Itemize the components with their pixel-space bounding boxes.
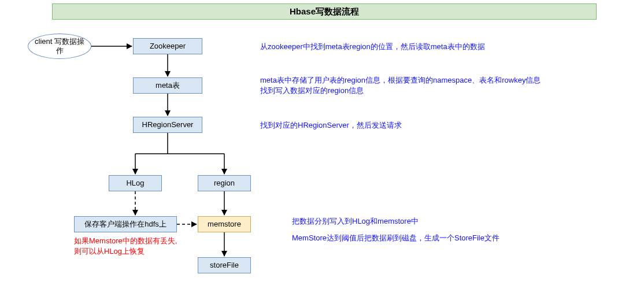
caption-zookeeper: 从zookeeper中找到meta表region的位置，然后读取meta表中的数… [260,42,485,52]
node-storefile: storeFile [198,257,251,273]
node-hregionserver: HRegionServer [133,117,202,133]
node-memstore: memstore [198,216,251,232]
node-zookeeper: Zookeeper [133,38,202,54]
node-region: region [198,175,251,191]
node-meta: meta表 [133,77,202,94]
diagram-title: Hbase写数据流程 [52,3,597,20]
node-client: client 写数据操作 [28,34,91,59]
caption-hregionserver: 找到对应的HRegionServer，然后发送请求 [260,120,402,131]
node-hdfs-save: 保存客户端操作在hdfs上 [74,216,177,232]
note-hlog-recovery: 如果Memstore中的数据有丢失, 则可以从HLog上恢复 [74,236,177,256]
caption-memstore: 把数据分别写入到HLog和memstore中 [292,216,419,227]
node-hlog: HLog [109,175,162,191]
caption-meta: meta表中存储了用户表的region信息，根据要查询的namespace、表名… [260,75,541,95]
caption-storefile: MemStore达到阈值后把数据刷到磁盘，生成一个StoreFile文件 [292,233,499,243]
